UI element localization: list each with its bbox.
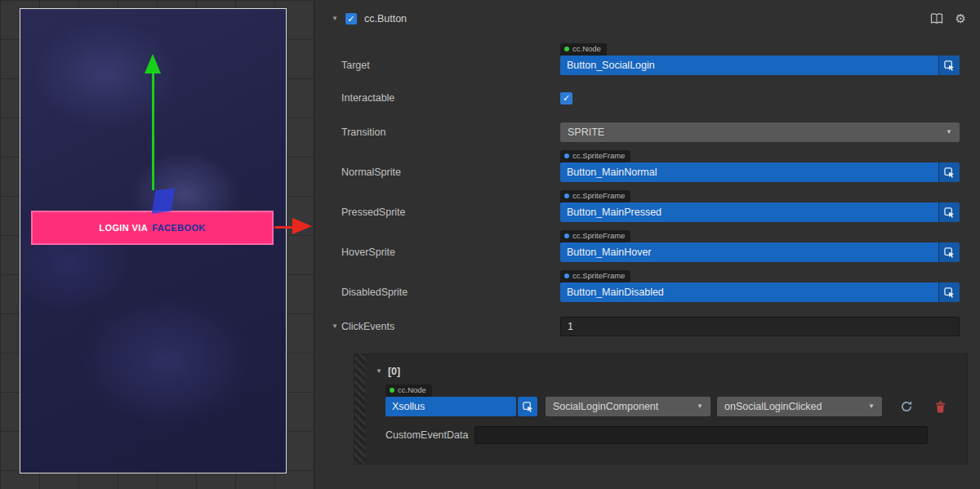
property-row-interactable: Interactable ✓ <box>314 88 980 108</box>
pressed-sprite-label: PressedSprite <box>341 202 560 222</box>
click-events-count-field[interactable]: 1 <box>560 317 960 336</box>
interactable-checkbox[interactable]: ✓ <box>560 92 572 104</box>
chevron-down-icon: ▼ <box>868 403 875 410</box>
node-picker-icon[interactable] <box>938 56 960 75</box>
transition-dropdown[interactable]: SPRITE ▼ <box>560 122 960 142</box>
target-node-value: Button_SocialLogin <box>560 60 938 71</box>
normal-sprite-field[interactable]: Button_MainNormal <box>560 162 960 182</box>
disabled-sprite-label: DisabledSprite <box>341 282 560 302</box>
disabled-sprite-field[interactable]: Button_MainDisabled <box>560 282 960 302</box>
property-row-transition: Transition SPRITE ▼ <box>314 122 980 142</box>
custom-event-data-input[interactable] <box>474 426 928 444</box>
interactable-label: Interactable <box>341 88 560 108</box>
inspector-panel: ▼ ✓ cc.Button ⚙ Target cc.Node Button_So… <box>314 0 980 489</box>
property-row-click-events: ▼ ClickEvents 1 <box>314 317 980 336</box>
event-component-dropdown[interactable]: SocialLoginComponent ▼ <box>546 397 710 416</box>
disabled-sprite-value: Button_MainDisabled <box>560 287 938 298</box>
gizmo-y-axis-arrowhead[interactable] <box>145 54 161 73</box>
asset-picker-icon[interactable] <box>938 202 960 222</box>
click-events-caret-icon[interactable]: ▼ <box>332 323 338 330</box>
click-events-label: ClickEvents <box>341 317 394 336</box>
target-label: Target <box>341 56 560 75</box>
transition-label: Transition <box>341 122 560 142</box>
target-type-badge: cc.Node <box>560 43 607 56</box>
target-node-field[interactable]: Button_SocialLogin <box>560 56 960 75</box>
event-0-index-label: [0] <box>388 366 400 377</box>
event-handler-dropdown[interactable]: onSocialLoginClicked ▼ <box>717 397 882 416</box>
editor-window: LOGIN VIA FACEBOOK ▼ ✓ cc.Button ⚙ Targe… <box>0 0 980 489</box>
spriteframe-type-dot-icon <box>564 273 569 278</box>
panel-hatch-decoration <box>354 354 365 464</box>
disabled-sprite-type-badge: cc.SpriteFrame <box>560 270 630 282</box>
hover-sprite-value: Button_MainHover <box>560 247 938 258</box>
hover-sprite-label: HoverSprite <box>341 242 560 262</box>
property-row-disabled-sprite: DisabledSprite cc.SpriteFrame Button_Mai… <box>314 270 980 302</box>
node-picker-icon[interactable] <box>518 397 537 416</box>
pressed-sprite-type-badge: cc.SpriteFrame <box>560 190 630 202</box>
event-component-value: SocialLoginComponent <box>553 401 690 412</box>
normal-sprite-label: NormalSprite <box>341 162 560 182</box>
event-node-type-badge: cc.Node <box>385 385 432 397</box>
scene-view[interactable]: LOGIN VIA FACEBOOK <box>0 0 314 489</box>
spriteframe-type-dot-icon <box>564 233 569 238</box>
asset-picker-icon[interactable] <box>938 282 960 302</box>
component-enabled-checkbox[interactable]: ✓ <box>345 13 357 24</box>
event-handler-value: onSocialLoginClicked <box>724 401 862 412</box>
collapse-caret-icon[interactable]: ▼ <box>332 16 338 22</box>
pressed-sprite-field[interactable]: Button_MainPressed <box>560 202 960 222</box>
component-header: ▼ ✓ cc.Button ⚙ <box>314 0 980 38</box>
component-title: cc.Button <box>364 13 407 24</box>
node-type-dot-icon <box>390 388 394 393</box>
property-row-target: Target cc.Node Button_SocialLogin <box>314 43 980 75</box>
refresh-icon[interactable] <box>900 400 913 413</box>
property-row-hover-sprite: HoverSprite cc.SpriteFrame Button_MainHo… <box>314 230 980 262</box>
pressed-sprite-value: Button_MainPressed <box>560 207 938 218</box>
gizmo-y-axis-handle[interactable] <box>152 73 154 190</box>
gizmo-x-axis-handle[interactable] <box>274 226 293 229</box>
spriteframe-type-dot-icon <box>564 193 569 198</box>
gizmo-x-axis-arrowhead[interactable] <box>292 218 312 234</box>
property-row-pressed-sprite: PressedSprite cc.SpriteFrame Button_Main… <box>314 190 980 222</box>
gizmo-xy-plane-handle[interactable] <box>152 188 175 213</box>
login-button-brand-label: FACEBOOK <box>152 223 206 233</box>
node-type-dot-icon <box>564 47 569 51</box>
chevron-down-icon: ▼ <box>697 403 703 410</box>
property-row-normal-sprite: NormalSprite cc.SpriteFrame Button_MainN… <box>314 150 980 182</box>
normal-sprite-value: Button_MainNormal <box>560 167 938 178</box>
custom-event-data-label: CustomEventData <box>385 429 468 441</box>
normal-sprite-type-badge: cc.SpriteFrame <box>560 150 630 162</box>
hover-sprite-type-badge: cc.SpriteFrame <box>560 230 630 242</box>
login-button-label: LOGIN VIA <box>99 223 148 233</box>
event-0-caret-icon[interactable]: ▼ <box>376 368 382 375</box>
login-button-node[interactable]: LOGIN VIA FACEBOOK <box>31 211 274 245</box>
hover-sprite-field[interactable]: Button_MainHover <box>560 242 960 262</box>
asset-picker-icon[interactable] <box>938 162 960 182</box>
spriteframe-type-dot-icon <box>564 153 569 158</box>
delete-event-trash-icon[interactable] <box>935 401 946 413</box>
gear-icon[interactable]: ⚙ <box>956 11 966 26</box>
event-target-node-field[interactable]: Xsollus <box>385 397 516 416</box>
transition-value: SPRITE <box>568 127 939 138</box>
click-event-item-panel: ▼ [0] cc.Node Xsollus SocialLoginComp <box>354 353 968 465</box>
help-docs-icon[interactable] <box>930 13 943 24</box>
chevron-down-icon: ▼ <box>946 129 952 136</box>
asset-picker-icon[interactable] <box>938 242 960 262</box>
event-target-node-value: Xsollus <box>385 401 516 412</box>
